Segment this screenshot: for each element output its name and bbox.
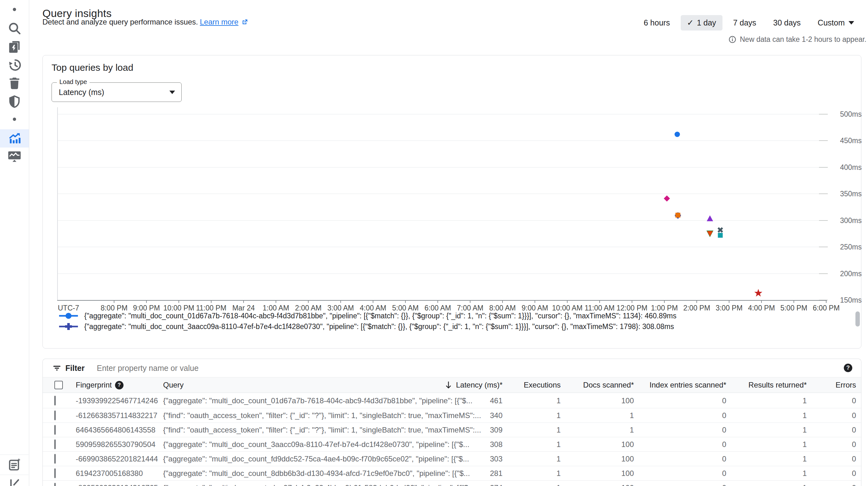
table-row[interactable]: 6194237005168380{"aggregate": "multi_doc… [43,466,861,480]
sidebar-item-search[interactable] [0,19,29,37]
legend-item[interactable]: {"aggregate": "multi_doc_count_01d67a7b-… [58,311,676,320]
y-axis-label: 300ms [840,216,862,225]
x-axis-tick [761,300,762,303]
cell-query: {"aggregate": "multi_doc_count_8dbb6b3d-… [163,469,470,478]
data-point-triangle-up[interactable] [706,215,714,223]
column-header-fingerprint[interactable]: Fingerprint? [76,381,124,390]
shield-icon [7,94,22,109]
table-row[interactable]: 6464365664806143558{"find": "oauth_acces… [43,423,861,437]
cell-latency: 340 [490,411,502,420]
column-header-index_entries_scanned[interactable]: Index entries scanned* [650,381,726,390]
cell-latency: 281 [490,469,502,478]
cell-latency: 308 [490,440,502,449]
cell-index_entries_scanned: 0 [722,411,726,420]
cell-results_returned: 1 [803,484,807,486]
data-point-square[interactable] [674,211,682,220]
cell-query: {"aggregate": "multi_doc_count_fd9ddc52-… [163,455,469,463]
sidebar-item-dot[interactable] [0,0,29,19]
table-row[interactable]: 5909598265530790504{"aggregate": "multi_… [43,437,861,451]
y-axis-label: 450ms [840,137,862,145]
row-checkbox[interactable] [54,440,56,449]
cell-executions: 1 [557,455,561,463]
fingerprint-help-icon[interactable]: ? [115,381,124,390]
cell-latency: 461 [490,396,502,405]
data-point-square[interactable] [716,231,724,240]
chevron-down-icon [848,21,854,25]
cell-executions: 1 [557,426,561,434]
sidebar-item-collapse-panel[interactable] [0,476,29,486]
column-header-errors[interactable]: Errors [836,381,856,390]
column-header-latency[interactable]: Latency (ms)* [444,381,502,390]
gridline [57,274,827,274]
time-range-option-30-days[interactable]: 30 days [767,16,807,30]
cell-errors: 0 [852,484,856,486]
sidebar-item-query-insights[interactable] [0,129,29,147]
time-range-option-6-hours[interactable]: 6 hours [637,16,676,30]
learn-more-link[interactable]: Learn more [200,18,239,26]
data-point-diamond[interactable] [663,195,671,203]
notes-sparkle-icon [7,457,22,472]
row-checkbox[interactable] [54,411,56,420]
page-scrollbar[interactable] [856,311,860,326]
cell-fingerprint: 5909598265530790504 [76,440,156,449]
cell-docs_scanned: 100 [621,469,634,478]
sidebar-item-history[interactable] [0,56,29,74]
column-header-label: Fingerprint [76,381,112,390]
cell-errors: 0 [852,411,856,420]
sidebar-item-notes-sparkle[interactable] [0,456,29,474]
x-axis-tick [211,300,212,303]
row-checkbox[interactable] [54,455,56,463]
sidebar-item-shield[interactable] [0,92,29,111]
time-range-option-1-day[interactable]: ✓1 day [681,15,722,30]
sidebar-item-dot[interactable] [0,110,29,128]
row-checkbox[interactable] [54,396,56,405]
table-row[interactable]: -8295002236194316765{"aggregate": "multi… [43,480,861,486]
x-axis-label: 4:00 PM [748,304,775,312]
collapse-panel-icon [7,478,22,486]
cell-executions: 1 [557,411,561,420]
filter-label: Filter [65,364,85,373]
subtitle-text: Detect and analyze query performance iss… [42,18,198,26]
table-filter-bar: Filter ? [43,359,861,377]
data-point-circle[interactable] [674,131,681,139]
row-checkbox[interactable] [54,426,56,434]
cell-fingerprint: -1939399225467714246 [76,396,158,405]
time-range-option-custom[interactable]: Custom [811,16,861,30]
column-header-docs_scanned[interactable]: Docs scanned* [583,381,634,390]
column-header-label: Query [163,381,184,390]
data-point-star[interactable] [754,288,763,299]
legend-item[interactable]: {"aggregate": "multi_doc_count_3aacc09a-… [58,322,674,331]
column-header-query[interactable]: Query [163,381,184,390]
cell-results_returned: 1 [803,411,807,420]
cell-errors: 0 [852,469,856,478]
column-header-executions[interactable]: Executions [524,381,561,390]
column-header-label: Errors [836,381,856,390]
sidebar-item-trash[interactable] [0,74,29,92]
table-help-icon[interactable]: ? [844,364,852,372]
row-checkbox[interactable] [54,484,56,486]
filter-input[interactable] [96,363,663,373]
time-range-selector: 6 hours✓1 day7 days30 daysCustom [637,15,861,31]
document-bolt-icon [7,40,22,54]
latency-scatter-chart: 500ms450ms400ms350ms300ms250ms200ms150ms… [43,55,862,349]
sidebar-item-system-insights[interactable] [0,147,29,165]
table-row[interactable]: -6126638357114832217{"find": "oauth_acce… [43,408,861,423]
table-row[interactable]: -6699038652201821444{"aggregate": "multi… [43,451,861,466]
column-header-label: Docs scanned* [583,381,634,390]
x-axis-tick [340,300,341,303]
table-row[interactable]: -1939399225467714246{"aggregate": "multi… [43,394,861,408]
data-point-triangle-down[interactable] [706,230,714,239]
row-checkbox[interactable] [54,469,56,478]
gridline [57,167,827,168]
x-axis-tick [567,300,567,303]
y-axis-tick [819,274,828,274]
query-insights-icon [7,131,22,146]
data-delay-notice: New data can take 1-2 hours to appear. [728,35,866,44]
sort-descending-icon [444,381,453,390]
select-all-checkbox[interactable] [54,381,63,390]
check-icon: ✓ [687,18,694,28]
checkbox-icon [54,396,56,405]
time-range-option-7-days[interactable]: 7 days [727,16,763,30]
sidebar-item-document-bolt[interactable] [0,38,29,56]
column-header-results_returned[interactable]: Results returned* [749,381,807,390]
